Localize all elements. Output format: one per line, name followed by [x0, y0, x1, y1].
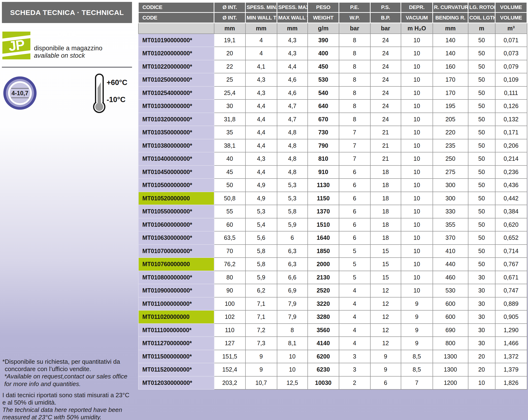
- value-cell: 5: [339, 245, 370, 258]
- value-cell: 7: [401, 376, 433, 390]
- value-cell: 0,442: [495, 192, 527, 205]
- value-cell: 10: [401, 99, 433, 113]
- value-cell: 4,4: [277, 60, 308, 73]
- value-cell: 0,132: [495, 113, 527, 126]
- value-cell: 7,2: [245, 324, 277, 337]
- temperature-max-label: +60°C: [107, 78, 127, 87]
- value-cell: 50: [214, 179, 245, 192]
- value-cell: 460: [433, 271, 468, 284]
- value-cell: 50: [468, 47, 495, 60]
- unit-cell: bar: [370, 23, 401, 34]
- value-cell: 0,079: [495, 60, 527, 73]
- value-cell: 10: [401, 231, 433, 245]
- value-cell: 10: [468, 376, 495, 390]
- value-cell: 355: [433, 218, 468, 231]
- value-cell: 5,3: [245, 205, 277, 218]
- value-cell: 24: [370, 86, 401, 100]
- column-header: P.E.: [339, 2, 370, 12]
- value-cell: 4,3: [245, 86, 277, 100]
- value-cell: 7,3: [245, 337, 277, 350]
- value-cell: 9: [370, 350, 401, 363]
- value-cell: 0,214: [495, 152, 527, 166]
- table-row: MT010380000000*38,14,44,879072110235500,…: [138, 139, 527, 152]
- value-cell: 21: [370, 139, 401, 152]
- value-cell: 440: [433, 258, 468, 271]
- value-cell: 7: [339, 152, 370, 166]
- value-cell: 4,1: [245, 60, 277, 73]
- value-cell: 12: [370, 284, 401, 297]
- value-cell: 8: [339, 86, 370, 100]
- value-cell: 4,4: [245, 139, 277, 152]
- value-cell: 15: [370, 245, 401, 258]
- value-cell: 50: [468, 113, 495, 126]
- value-cell: 10030: [308, 376, 339, 390]
- value-cell: 31,8: [214, 113, 245, 126]
- value-cell: 0,747: [495, 284, 527, 297]
- value-cell: 4,4: [245, 113, 277, 126]
- value-cell: 8: [339, 60, 370, 73]
- value-cell: 63,5: [214, 231, 245, 245]
- value-cell: 790: [308, 139, 339, 152]
- column-header: CODE: [138, 12, 214, 23]
- unit-cell: mm: [245, 23, 277, 34]
- value-cell: 21: [370, 126, 401, 139]
- value-cell: 30: [468, 297, 495, 311]
- value-cell: 410: [433, 245, 468, 258]
- value-cell: 10: [401, 152, 433, 166]
- value-cell: 640: [308, 99, 339, 113]
- value-cell: 45: [214, 166, 245, 179]
- value-cell: 30: [468, 271, 495, 284]
- product-code-cell: MT010700000000*: [138, 245, 214, 258]
- stock-note-english: available on stock: [34, 52, 102, 59]
- value-cell: 3560: [308, 324, 339, 337]
- value-cell: 690: [433, 324, 468, 337]
- header-row: CODICEØ INT.SPESS. MIN.SPESS. MAX.PESOP.…: [138, 2, 527, 12]
- value-cell: 50: [468, 99, 495, 113]
- column-header: Ø INT.: [214, 12, 245, 23]
- value-cell: 18: [370, 205, 401, 218]
- unit-cell: g/m: [308, 23, 339, 34]
- value-cell: 1,372: [495, 350, 527, 363]
- value-cell: 1850: [308, 245, 339, 258]
- value-cell: 19,1: [214, 34, 245, 47]
- value-cell: 10: [401, 86, 433, 100]
- value-cell: 4,4: [245, 99, 277, 113]
- value-cell: 50: [468, 73, 495, 86]
- value-cell: 24: [370, 47, 401, 60]
- value-cell: 50: [468, 34, 495, 47]
- value-cell: 450: [308, 60, 339, 73]
- value-cell: 5,3: [277, 179, 308, 192]
- value-cell: 18: [370, 166, 401, 179]
- value-cell: 3: [339, 363, 370, 376]
- value-cell: 1,466: [495, 337, 527, 350]
- value-cell: 370: [433, 231, 468, 245]
- value-cell: 5: [339, 271, 370, 284]
- value-cell: 0,384: [495, 205, 527, 218]
- table-row: MT010320000000*31,84,44,767082410205500,…: [138, 113, 527, 126]
- value-cell: 4,4: [245, 126, 277, 139]
- column-header: P.S.: [370, 2, 401, 12]
- value-cell: 10: [401, 271, 433, 284]
- product-code-cell: MT011000000000*: [138, 297, 214, 311]
- value-cell: 400: [308, 47, 339, 60]
- table-row: MT012030000000*203,210,712,5100302671200…: [138, 376, 527, 390]
- value-cell: 0,652: [495, 231, 527, 245]
- column-header: MAX WALL TH.: [277, 12, 308, 23]
- value-cell: 6: [339, 166, 370, 179]
- value-cell: 50: [468, 218, 495, 231]
- column-header: WEIGHT: [308, 12, 339, 23]
- diameter-ring-mid: 4-10,7: [6, 79, 34, 107]
- table-row: MT011100000000*1107,2835604129690301,290: [138, 324, 527, 337]
- footnote-en-line1: *Available on request,contact our sales …: [2, 373, 135, 380]
- table-row: MT010500000000*504,95,3113061810300500,4…: [138, 179, 527, 192]
- value-cell: 1370: [308, 205, 339, 218]
- value-cell: 5,8: [245, 245, 277, 258]
- table-row: MT01076000000076,25,86,3200051510440500,…: [138, 258, 527, 271]
- value-cell: 6: [339, 218, 370, 231]
- column-header: SPESS. MAX.: [277, 2, 308, 12]
- value-cell: 0,905: [495, 310, 527, 324]
- value-cell: 0,236: [495, 166, 527, 179]
- value-cell: 5,8: [245, 258, 277, 271]
- value-cell: 7,9: [277, 310, 308, 324]
- divider-line: [2, 67, 132, 68]
